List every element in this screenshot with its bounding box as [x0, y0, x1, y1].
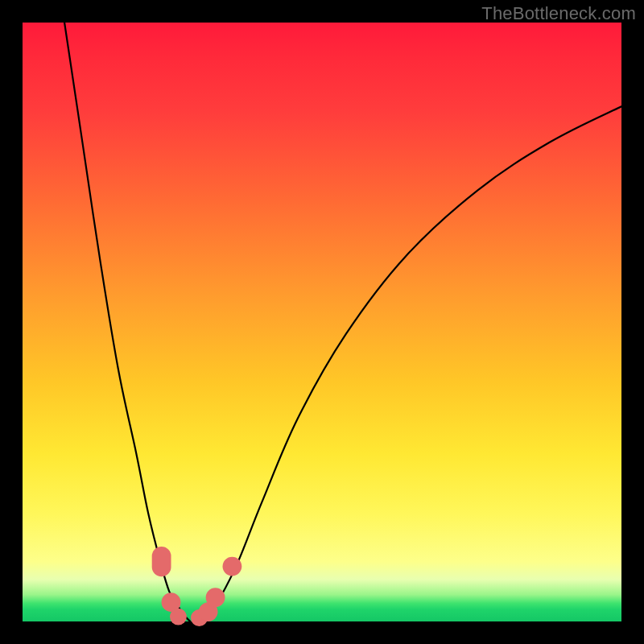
- marker-dot: [223, 557, 242, 576]
- marker-lozenge: [152, 547, 171, 576]
- curve-right: [202, 106, 621, 621]
- marker-dot: [170, 609, 187, 625]
- marker-dot: [206, 588, 225, 607]
- chart-svg-layer: [23, 23, 621, 621]
- chart-frame: TheBottleneck.com: [0, 0, 644, 644]
- curve-markers: [152, 547, 242, 626]
- watermark-text: TheBottleneck.com: [481, 3, 636, 24]
- chart-plot-area: [23, 23, 621, 621]
- curve-left: [64, 23, 190, 621]
